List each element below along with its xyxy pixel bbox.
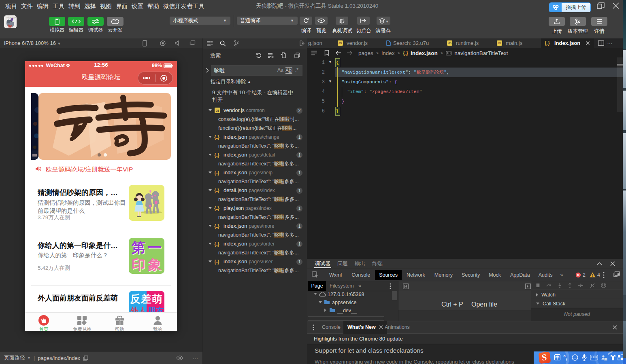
svg-text:21: 21	[605, 358, 607, 360]
svg-text:小天狼星影视: 小天狼星影视	[6, 16, 17, 19]
